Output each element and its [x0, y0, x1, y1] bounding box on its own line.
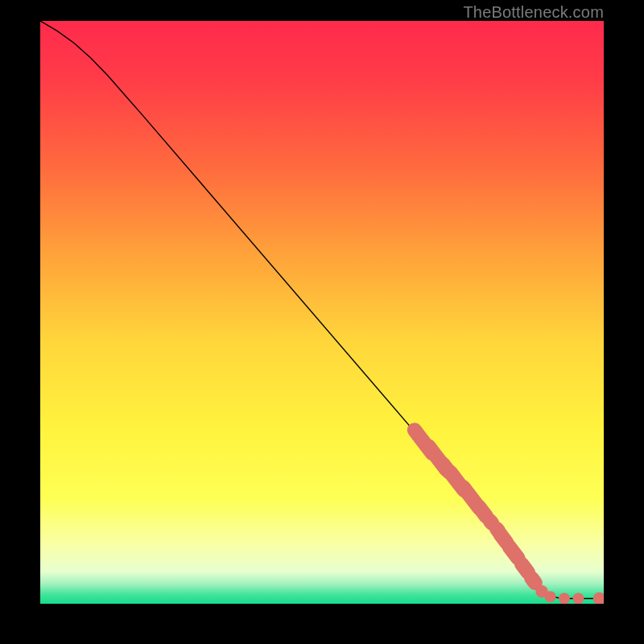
chart-frame: TheBottleneck.com	[0, 0, 644, 644]
plot-area	[40, 21, 604, 604]
gradient-rect	[40, 21, 604, 604]
chart-svg	[40, 21, 604, 604]
marker-point	[545, 591, 556, 602]
attribution-label: TheBottleneck.com	[463, 3, 604, 22]
marker-point	[573, 592, 584, 604]
marker-point	[559, 592, 570, 604]
